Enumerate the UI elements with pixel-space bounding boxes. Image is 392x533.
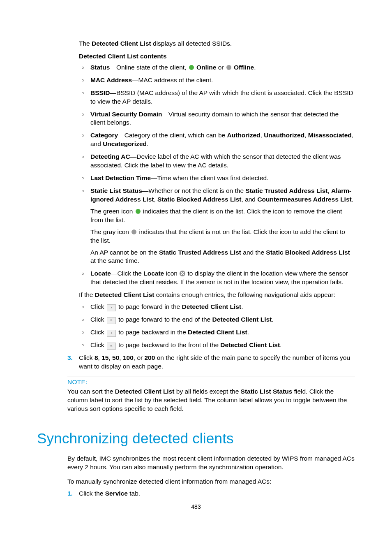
text: , <box>327 187 331 194</box>
text: Click <box>79 354 95 361</box>
gray-dot-icon <box>131 229 136 234</box>
text: An AP cannot be on the <box>90 249 159 256</box>
list-item-vsd: Virtual Security Domain—Virtual security… <box>79 110 355 127</box>
green-dot-icon <box>136 209 141 214</box>
term: Detected Client List <box>92 40 151 47</box>
text: —Category of the client, which can be <box>118 132 227 139</box>
main-content: The Detected Client List displays all de… <box>79 39 355 416</box>
text: , <box>304 132 308 139</box>
term: Uncategorized <box>103 140 147 147</box>
step-number: 3. <box>67 354 79 371</box>
text: —MAC address of the client. <box>132 76 213 83</box>
term: Offline <box>234 64 254 71</box>
paragraph: To manually synchronize detected client … <box>67 477 355 486</box>
term: Static List Status <box>241 388 293 395</box>
term: Detected Client List <box>95 291 154 298</box>
text: . <box>280 341 281 348</box>
term: MAC Address <box>90 76 132 83</box>
text: contains enough entries, the following n… <box>154 291 335 298</box>
list-item-locate: Locate—Click the Locate icon to display … <box>79 269 355 287</box>
text: —Online state of the client, <box>110 64 188 71</box>
step-3: 3. Click 8, 15, 50, 100, or 200 on the r… <box>67 354 355 371</box>
list-item-last-detection: Last Detection Time—Time when the client… <box>79 174 355 183</box>
step-body: Click 8, 15, 50, 100, or 200 on the righ… <box>79 354 355 371</box>
text: . <box>272 316 273 323</box>
text: —Time when the client was first detected… <box>151 174 268 181</box>
term: Status <box>90 64 110 71</box>
nav-item-forward-end: Click » to page forward to the end of th… <box>79 315 355 324</box>
step-number: 1. <box>67 489 79 498</box>
text: Click <box>90 316 106 323</box>
nav-item-forward: Click › to page forward in the Detected … <box>79 303 355 311</box>
text: Click <box>90 303 106 310</box>
term: Static List Status <box>90 187 142 194</box>
section-heading: Synchronizing detected clients <box>37 429 355 448</box>
term: 100 <box>123 354 134 361</box>
term: 50 <box>112 354 119 361</box>
term: Detected Client List <box>115 388 175 395</box>
term: Static Blocked Address List <box>266 249 350 256</box>
text: icon <box>164 270 179 277</box>
term: 200 <box>144 354 155 361</box>
list-heading: Detected Client List contents <box>79 52 355 61</box>
text: and the <box>241 249 266 256</box>
divider <box>67 376 355 376</box>
term: BSSID <box>90 89 110 96</box>
term: Unauthorized <box>264 132 304 139</box>
page-first-icon: « <box>107 343 116 350</box>
divider <box>67 416 355 416</box>
page-prev-icon: ‹ <box>107 330 116 337</box>
list-item-bssid: BSSID—BSSID (MAC address) of the AP with… <box>79 89 355 106</box>
list-item-status: Status—Online state of the client, Onlin… <box>79 63 355 72</box>
text: , <box>154 196 157 203</box>
contents-list: Status—Online state of the client, Onlin… <box>79 63 355 287</box>
step-1: 1. Click the Service tab. <box>67 489 355 498</box>
text: The <box>79 40 92 47</box>
paragraph: By default, IMC synchronizes the most re… <box>67 454 355 472</box>
term: Misassociated <box>308 132 352 139</box>
section-body: By default, IMC synchronizes the most re… <box>67 454 355 498</box>
term: 8 <box>95 354 98 361</box>
nav-intro: If the Detected Client List contains eno… <box>79 291 355 299</box>
text: , <box>108 354 112 361</box>
text: —BSSID (MAC address) of the AP with whic… <box>90 89 353 105</box>
list-item-static-list-status: Static List Status—Whether or not the cl… <box>79 187 355 265</box>
term: Online <box>196 64 216 71</box>
list-item-category: Category—Category of the client, which c… <box>79 131 355 148</box>
step-body: Click the Service tab. <box>79 489 355 498</box>
text: , or <box>134 354 145 361</box>
page-last-icon: » <box>107 317 116 324</box>
text: Click <box>90 329 106 336</box>
text: to page backward to the front of the <box>117 341 220 348</box>
text: —Whether or not the client is on the <box>142 187 246 194</box>
text: If the <box>79 291 95 298</box>
text: . <box>352 196 353 203</box>
document-page: The Detected Client List displays all de… <box>0 0 392 533</box>
text: . <box>147 140 148 147</box>
note-block: NOTE: You can sort the Detected Client L… <box>67 376 355 416</box>
text: . <box>241 303 243 310</box>
online-dot-icon <box>189 65 194 70</box>
page-next-icon: › <box>107 304 116 311</box>
text: Click <box>90 341 106 348</box>
term: Static Blocked Address List <box>157 196 241 203</box>
text: —Click the <box>111 270 143 277</box>
nav-item-backward: Click ‹ to page backward in the Detected… <box>79 328 355 337</box>
locate-icon <box>180 271 185 276</box>
term: Detected Client List <box>212 316 272 323</box>
text: to page forward to the end of the <box>117 316 212 323</box>
text: You can sort the <box>67 388 115 395</box>
text: , and <box>242 196 258 203</box>
term: Authorized <box>227 132 261 139</box>
nav-item-backward-front: Click « to page backward to the front of… <box>79 341 355 350</box>
text: Click the <box>79 490 105 497</box>
note-label: NOTE: <box>67 378 355 387</box>
text: . <box>254 64 256 71</box>
term: Countermeasures Address List <box>257 196 351 203</box>
note-body: You can sort the Detected Client List by… <box>67 387 355 413</box>
text: The green icon <box>90 208 135 215</box>
sub-paragraph: The gray icon indicates that the client … <box>90 228 355 245</box>
text: tab. <box>128 490 140 497</box>
text: displays all detected SSIDs. <box>151 40 232 47</box>
term: Static Trusted Address List <box>159 249 241 256</box>
